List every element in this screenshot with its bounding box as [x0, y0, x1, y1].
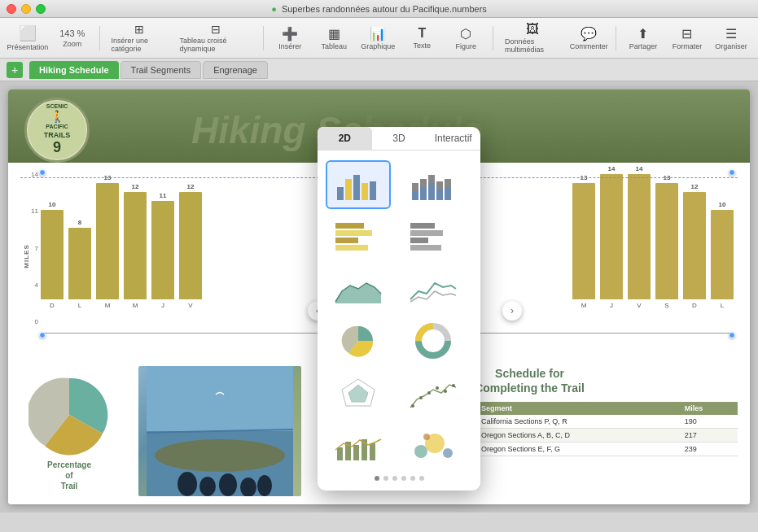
svg-rect-17 — [335, 238, 358, 243]
pivot-label: Tableau croisé dynamique — [180, 37, 252, 53]
logo-line1: SCENIC — [46, 103, 68, 110]
page-dot-1[interactable] — [375, 476, 379, 481]
bar-V2-14-month: V — [637, 302, 641, 309]
bar-L2-10-rect — [711, 210, 734, 299]
svg-point-41 — [414, 445, 427, 458]
toolbar-figure[interactable]: ⬡ Figure — [445, 26, 486, 50]
person1 — [177, 472, 197, 496]
tab-trail-segments-label: Trail Segments — [131, 65, 191, 75]
svg-rect-5 — [412, 191, 418, 200]
save-indicator: ● — [271, 4, 277, 14]
toolbar-table[interactable]: ▦ Tableau — [313, 26, 354, 50]
multimedia-icon: 🖼 — [526, 22, 539, 37]
insert-category-label: Insérer une catégorie — [112, 37, 167, 53]
bar-J1-11-rect — [151, 201, 174, 299]
figure-label: Figure — [456, 42, 477, 50]
mixed-chart-preview — [334, 427, 383, 464]
y-tick-0: 0 — [34, 318, 37, 325]
area-chart-preview — [334, 271, 383, 307]
toolbar-share[interactable]: ⬆ Partager — [623, 26, 664, 50]
chart-type-area[interactable] — [326, 264, 391, 313]
y-axis: 14 11 7 4 0 — [31, 171, 38, 325]
separator-3 — [493, 26, 493, 50]
toolbar-zoom[interactable]: 143 % Zoom — [52, 28, 93, 48]
chart-type-scatter[interactable] — [401, 368, 466, 417]
svg-rect-18 — [335, 245, 368, 251]
separator-2 — [263, 26, 264, 50]
maximize-button[interactable] — [36, 4, 46, 14]
y-tick-4: 4 — [34, 281, 37, 289]
chart-type-vertical-stacked[interactable] — [401, 160, 466, 209]
chart-type-radar[interactable] — [326, 368, 391, 417]
bar-J1-11: 11 J — [151, 192, 174, 309]
svg-rect-20 — [410, 230, 443, 236]
page-dot-3[interactable] — [392, 476, 397, 481]
toolbar-format[interactable]: ⊟ Formater — [667, 26, 708, 50]
bar-D2-12-label: 12 — [691, 183, 699, 190]
bar-M3-13-month: M — [581, 302, 587, 309]
svg-rect-9 — [428, 183, 435, 200]
bar-D2-12-rect — [683, 192, 706, 299]
zoom-value: 143 % — [59, 28, 85, 38]
popup-tab-interactive[interactable]: Interactif — [426, 127, 480, 150]
chart-type-horizontal-bar[interactable] — [326, 212, 391, 261]
bar-V1-12-month: V — [188, 302, 192, 309]
svg-rect-38 — [353, 445, 359, 460]
chart-type-horizontal-bar-2[interactable] — [401, 212, 466, 261]
toolbar-insert-category[interactable]: ⊞ Insérer une catégorie — [107, 23, 172, 53]
chart-type-mixed[interactable] — [326, 421, 391, 469]
page-dot-5[interactable] — [410, 476, 415, 481]
y-tick-11: 11 — [31, 207, 38, 215]
page-dot-4[interactable] — [401, 476, 406, 481]
chart-label: Graphique — [361, 42, 395, 50]
page-dot-6[interactable] — [419, 476, 424, 481]
popup-tab-3d[interactable]: 3D — [372, 127, 427, 150]
add-tab-button[interactable]: + — [7, 62, 23, 78]
chart-type-donut[interactable] — [401, 316, 466, 365]
toolbar-presentation[interactable]: ⬜ Présentation — [7, 24, 49, 51]
popup-tab-2d[interactable]: 2D — [318, 127, 372, 150]
bar-M2-12-rect — [124, 192, 147, 299]
minimize-button[interactable] — [21, 4, 31, 14]
pivot-icon: ⊟ — [211, 23, 221, 36]
nav-arrow-right[interactable]: › — [502, 301, 522, 321]
bar-V1-12-label: 12 — [187, 183, 195, 190]
toolbar-pivot[interactable]: ⊟ Tableau croisé dynamique — [175, 23, 256, 53]
toolbar-organize[interactable]: ☰ Organiser — [711, 26, 751, 50]
chart-type-bubble[interactable] — [401, 421, 466, 469]
toolbar-chart[interactable]: 📊 Graphique — [357, 26, 398, 50]
bar-D2-12-month: D — [692, 302, 697, 309]
toolbar-insert[interactable]: ➕ Insérer — [269, 26, 310, 50]
chart-type-pie[interactable] — [326, 316, 391, 365]
tab-engrenage[interactable]: Engrenage — [203, 61, 268, 79]
logo-inner: SCENIC 🚶 PACIFIC TRAILS 9 — [28, 101, 86, 159]
svg-rect-12 — [436, 181, 443, 190]
toolbar-multimedia[interactable]: 🖼 Données multimédias — [500, 22, 565, 54]
chart-handle-bl[interactable] — [39, 332, 46, 338]
pie-label: Percentage of Trail — [47, 460, 91, 491]
chart-handle-br[interactable] — [729, 332, 735, 338]
chart-icon: 📊 — [370, 26, 386, 41]
bar-M3-13: 13 M — [572, 174, 595, 309]
svg-rect-22 — [410, 245, 441, 251]
svg-rect-2 — [353, 175, 360, 200]
svg-point-34 — [444, 390, 447, 393]
person2 — [199, 477, 216, 496]
bar-M2-12: 12 M — [124, 183, 147, 309]
chart-type-popup: 2D 3D Interactif — [318, 127, 480, 491]
page-dot-2[interactable] — [383, 476, 388, 481]
chart-bars-left: 10 D 8 L 13 M — [41, 171, 202, 309]
chart-handle-tl[interactable] — [39, 169, 46, 176]
chart-handle-tr[interactable] — [729, 169, 735, 176]
toolbar-text[interactable]: T Texte — [401, 26, 442, 50]
svg-rect-15 — [335, 223, 364, 229]
svg-rect-14 — [445, 179, 451, 187]
chart-type-line[interactable] — [401, 264, 466, 313]
tab-hiking-schedule[interactable]: Hiking Schedule — [29, 61, 119, 79]
svg-point-43 — [443, 448, 453, 458]
separator-1 — [99, 26, 100, 50]
toolbar-comment[interactable]: 💬 Commenter — [568, 26, 609, 50]
chart-type-vertical-bar[interactable] — [326, 160, 391, 209]
tab-trail-segments[interactable]: Trail Segments — [120, 61, 202, 79]
close-button[interactable] — [7, 4, 16, 14]
